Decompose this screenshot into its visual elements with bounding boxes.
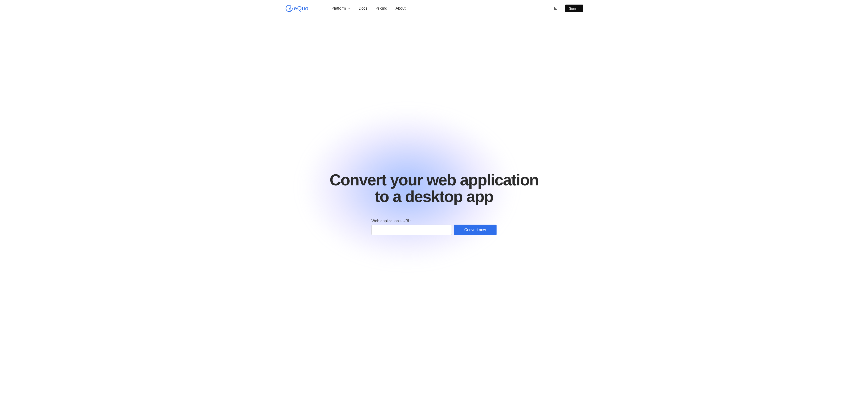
- svg-text:eQuo: eQuo: [294, 5, 308, 11]
- nav-label: Platform: [332, 6, 346, 10]
- hero-title: Convert your web application to a deskto…: [307, 172, 561, 205]
- url-input[interactable]: [371, 225, 452, 235]
- header-right: Sign in: [553, 5, 583, 12]
- form-row: Web application's URL: Convert now: [371, 219, 497, 235]
- url-form-group: Web application's URL:: [371, 219, 452, 235]
- hero-title-line2: to a desktop app: [375, 188, 493, 205]
- hero-content: Convert your web application to a deskto…: [302, 172, 566, 236]
- site-header: eQuo Platform Docs Pricing A: [0, 0, 868, 17]
- hero-title-line1: Convert your web application: [330, 171, 538, 189]
- nav-label: Pricing: [376, 6, 387, 10]
- sign-in-button[interactable]: Sign in: [565, 5, 583, 12]
- main-nav: Platform Docs Pricing About: [332, 6, 406, 10]
- nav-item-docs[interactable]: Docs: [359, 6, 367, 10]
- header-left: eQuo Platform Docs Pricing A: [285, 4, 406, 13]
- nav-item-pricing[interactable]: Pricing: [376, 6, 387, 10]
- brand-logo[interactable]: eQuo: [285, 4, 322, 13]
- convert-button[interactable]: Convert now: [454, 225, 497, 235]
- convert-form: Web application's URL: Convert now: [307, 219, 561, 235]
- nav-label: About: [396, 6, 406, 10]
- theme-toggle[interactable]: [553, 5, 558, 11]
- nav-label: Docs: [359, 6, 367, 10]
- header-inner: eQuo Platform Docs Pricing A: [275, 0, 593, 17]
- chevron-down-icon: [348, 7, 350, 10]
- url-input-label: Web application's URL:: [371, 219, 411, 223]
- nav-item-platform[interactable]: Platform: [332, 6, 350, 10]
- equo-logo-icon: eQuo: [285, 4, 322, 13]
- nav-item-about[interactable]: About: [396, 6, 406, 10]
- hero-section: Convert your web application to a deskto…: [0, 17, 868, 404]
- moon-icon: [553, 6, 558, 10]
